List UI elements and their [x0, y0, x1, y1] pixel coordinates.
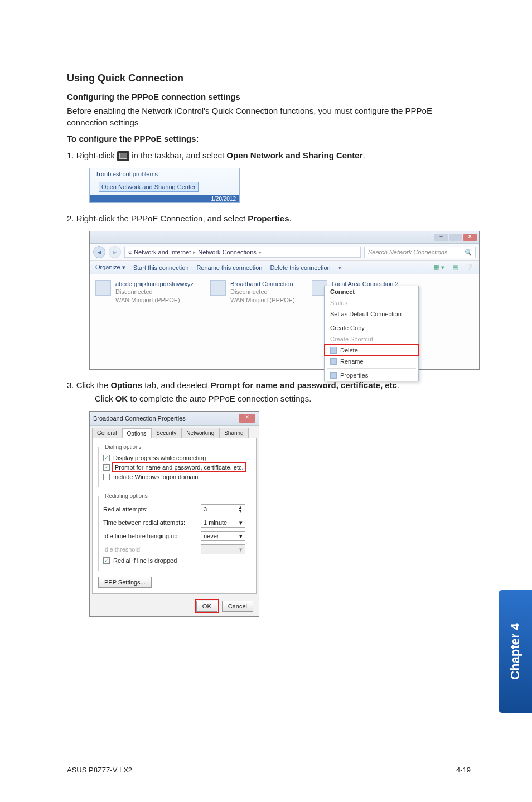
connection-item-1[interactable]: abcdefghijklmnopqrstuvwxyz Disconnected …: [95, 280, 194, 364]
tray-date: 1/20/2012: [90, 195, 239, 202]
chk-label-highlighted: Prompt for name and password, certificat…: [113, 463, 245, 471]
checkbox-icon: ✓: [103, 464, 110, 471]
ctx-rename[interactable]: Rename: [325, 356, 418, 367]
idle-threshold-label: Idle threshold:: [103, 546, 142, 553]
dialing-options-legend: Dialing options: [103, 444, 143, 450]
screenshot-tray-menu: Troubleshoot problems Open Network and S…: [89, 168, 471, 203]
ctx-create-copy[interactable]: Create Copy: [325, 322, 418, 334]
ctx-separator: [327, 321, 416, 321]
cancel-button[interactable]: Cancel: [222, 601, 253, 612]
toolbar-delete-connection[interactable]: Delete this connection: [270, 264, 330, 271]
connection-name: abcdefghijklmnopqrstuvwxyz: [115, 280, 194, 288]
window-maximize-button[interactable]: □: [449, 234, 462, 241]
ctx-set-default[interactable]: Set as Default Connection: [325, 308, 418, 320]
chevron-down-icon: ▾: [239, 533, 243, 540]
redial-attempts-label: Redial attempts:: [103, 506, 147, 513]
toolbar-help-icon[interactable]: ❔: [466, 264, 473, 271]
search-placeholder: Search Network Connections: [368, 249, 447, 255]
connection-status: Disconnected: [115, 288, 194, 296]
dialog-titlebar: Broadband Connection Properties ✕: [90, 412, 259, 426]
toolbar-preview-icon[interactable]: ▤: [452, 264, 458, 271]
footer-model: ASUS P8Z77-V LX2: [67, 766, 132, 774]
ctx-connect[interactable]: Connect: [325, 286, 418, 297]
tray-menu-item-open-network[interactable]: Open Network and Sharing Center: [99, 182, 199, 192]
step2-text-c: .: [289, 214, 292, 223]
step3-text-f: Click: [95, 394, 115, 403]
search-input[interactable]: Search Network Connections 🔍: [364, 247, 476, 258]
step2-bold: Properties: [248, 214, 289, 223]
step1-text-b: in the taskbar, and select: [132, 151, 226, 160]
step3-bold-ok: OK: [115, 394, 128, 403]
chk-redial-if-dropped[interactable]: ✓ Redial if line is dropped: [103, 556, 245, 565]
step3-text-h: to complete the auto PPPoE connection se…: [128, 394, 311, 403]
checkbox-icon: ✓: [103, 455, 110, 461]
window-titlebar: – □ ✕: [90, 231, 479, 244]
redialing-options-legend: Redialing options: [103, 493, 149, 499]
toolbar-start-connection[interactable]: Start this connection: [133, 264, 189, 271]
chk-label: Display progress while connecting: [113, 455, 206, 461]
breadcrumb-prefix: «: [128, 249, 132, 255]
toolbar-more[interactable]: »: [338, 264, 342, 271]
time-between-redial-value: 1 minute: [204, 519, 227, 526]
toolbar-rename-connection[interactable]: Rename this connection: [196, 264, 262, 271]
tray-menu-item-troubleshoot[interactable]: Troubleshoot problems: [90, 168, 239, 180]
connection-sub: WAN Miniport (PPPOE): [115, 296, 194, 304]
checkbox-icon: [103, 474, 110, 480]
breadcrumb-item-2[interactable]: Network Connections: [198, 249, 257, 255]
idle-time-label: Idle time before hanging up:: [103, 533, 179, 539]
tab-security[interactable]: Security: [151, 428, 181, 438]
toolbar-organize[interactable]: Organize ▾: [95, 264, 125, 271]
connection-sub: WAN Miniport (PPPOE): [230, 296, 295, 304]
connection-name: Broadband Connection: [230, 280, 295, 288]
ok-button[interactable]: OK: [196, 601, 217, 612]
spinner-icon[interactable]: ▲▼: [238, 505, 243, 513]
connection-status: Disconnected: [230, 288, 295, 296]
redial-attempts-field[interactable]: 3 ▲▼: [201, 504, 245, 514]
idle-time-field[interactable]: never ▾: [201, 531, 245, 541]
breadcrumb[interactable]: « Network and Internet ▸ Network Connect…: [124, 247, 361, 258]
ppp-settings-button[interactable]: PPP Settings...: [98, 577, 152, 588]
connection-icon: [210, 280, 226, 296]
nav-back-button[interactable]: ◄: [93, 246, 105, 258]
chk-label: Redial if line is dropped: [113, 557, 177, 564]
ctx-properties[interactable]: Properties: [325, 370, 418, 381]
toolbar-view-icon[interactable]: ▦ ▾: [434, 264, 444, 271]
dialog-tabs: General Options Security Networking Shar…: [90, 426, 259, 438]
time-between-redial-field[interactable]: 1 minute ▾: [201, 518, 245, 528]
step3-text-a: 3. Click the: [67, 380, 110, 390]
breadcrumb-item-1[interactable]: Network and Internet: [134, 249, 191, 255]
chk-label: Include Windows logon domain: [113, 474, 198, 480]
time-between-redial-label: Time between redial attempts:: [103, 519, 185, 526]
step1-bold: Open Network and Sharing Center: [226, 151, 362, 160]
nav-forward-button[interactable]: ►: [109, 246, 121, 258]
ctx-rename-label: Rename: [340, 358, 364, 365]
tab-general[interactable]: General: [92, 428, 122, 438]
network-tray-icon: [117, 151, 129, 161]
screenshot-network-connections: – □ ✕ ◄ ► « Network and Internet ▸ Netwo…: [89, 231, 471, 370]
step-2: 2. Right-click the PPPoE Connection, and…: [67, 212, 471, 225]
screenshot-properties-dialog: Broadband Connection Properties ✕ Genera…: [89, 411, 471, 617]
chevron-down-icon: ▾: [239, 546, 243, 553]
rename-icon: [330, 358, 337, 365]
ctx-status[interactable]: Status: [325, 297, 418, 308]
ctx-delete-label: Delete: [340, 347, 358, 354]
tab-networking[interactable]: Networking: [181, 428, 219, 438]
ctx-create-shortcut[interactable]: Create Shortcut: [325, 334, 418, 345]
window-close-button[interactable]: ✕: [463, 234, 477, 241]
subsection-heading: Configuring the PPPoE connection setting…: [67, 92, 471, 102]
ctx-delete[interactable]: Delete: [325, 345, 418, 356]
chk-prompt-name-password[interactable]: ✓ Prompt for name and password, certific…: [103, 462, 245, 472]
window-minimize-button[interactable]: –: [434, 234, 448, 241]
chk-include-logon-domain[interactable]: Include Windows logon domain: [103, 472, 245, 481]
tab-sharing[interactable]: Sharing: [219, 428, 248, 438]
connection-item-2[interactable]: Broadband Connection Disconnected WAN Mi…: [210, 280, 295, 364]
chapter-tab: Chapter 4: [499, 590, 532, 713]
tab-options[interactable]: Options: [122, 428, 151, 438]
chk-display-progress[interactable]: ✓ Display progress while connecting: [103, 453, 245, 462]
dialog-close-button[interactable]: ✕: [239, 414, 255, 423]
delete-icon: [330, 347, 337, 354]
dialing-options-group: Dialing options ✓ Display progress while…: [98, 444, 250, 487]
step3-text-c: tab, and deselect: [142, 380, 211, 390]
step2-text-a: 2. Right-click the PPPoE Connection, and…: [67, 214, 248, 223]
step1-text-a: 1. Right-click: [67, 151, 117, 160]
